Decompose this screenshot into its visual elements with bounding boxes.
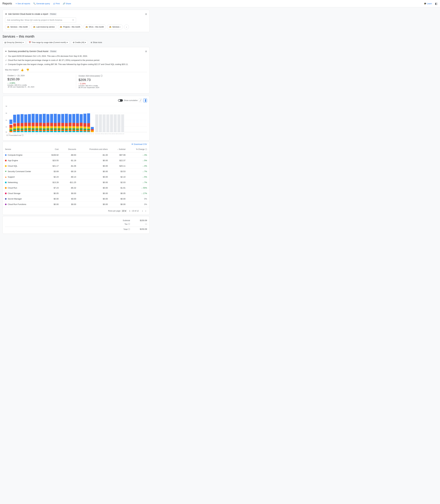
line-chart-button[interactable]: ╱ xyxy=(139,99,142,102)
dropdown-icon-2: ▾ xyxy=(67,41,68,43)
page-title-nav: Reports xyxy=(2,2,12,5)
learn-button[interactable]: 🎓 Learn xyxy=(422,1,434,6)
change-indicator: 0% xyxy=(144,198,147,200)
rows-per-page-select[interactable]: 10 25 50 xyxy=(122,210,127,212)
download-csv-button[interactable]: ⬇ Download CSV xyxy=(131,143,147,145)
gemini-input-field[interactable]: Ask something like: Show Q2 costs by pro… xyxy=(5,17,76,23)
bar-oct15-c xyxy=(61,128,64,130)
calendar-icon: 📅 xyxy=(29,41,31,43)
cloud-icon-3 xyxy=(60,26,62,28)
share-link[interactable]: 🔗 Share xyxy=(62,2,72,5)
svg-rect-11 xyxy=(60,27,62,28)
bar-oct16-c xyxy=(65,129,68,130)
time-range-filter[interactable]: 📅 Time range by usage date (Current mont… xyxy=(27,40,70,44)
col-subtotal[interactable]: ↓ Subtotal xyxy=(110,146,128,152)
subtotal-cell: $3.53 xyxy=(110,169,128,174)
svg-text:Oct 2: Oct 2 xyxy=(13,133,16,134)
group-by-filter[interactable]: ▤ Group by (Service) ▾ xyxy=(2,40,26,44)
table-row: Cloud Run $7.23 -$5.32 $0.00 $1.91 ↓ 55% xyxy=(3,185,150,191)
bar-oct2-net xyxy=(13,131,16,132)
promos-cell: $0.00 xyxy=(79,169,110,174)
subtotal-cell: $2.03 xyxy=(110,180,128,185)
bar-oct16-a xyxy=(65,123,68,126)
bar-oct17-e xyxy=(69,131,71,132)
summary-item-0: ↗ You spent $150.09 between Oct 1-23, 20… xyxy=(5,55,147,58)
forecast-info-icon[interactable]: ⓘ xyxy=(22,134,24,137)
bar-oct4-sql xyxy=(21,126,23,129)
prev-page-button[interactable]: ‹ xyxy=(141,209,144,213)
bar-oct14-a xyxy=(57,123,60,126)
tax-info-icon[interactable]: ⓘ xyxy=(128,223,130,225)
print-link[interactable]: 🖨 Print xyxy=(52,2,61,5)
change-indicator: ↓ 17% xyxy=(141,192,147,194)
show-more-button[interactable]: ⊕ Show more xyxy=(89,41,104,44)
subtotal-row: Subtotal $150.09 xyxy=(5,219,147,222)
change-info-icon[interactable]: ⓘ xyxy=(145,148,147,151)
up-arrow-icon: ↑ xyxy=(79,83,80,85)
bar-oct18-d xyxy=(72,130,75,131)
header-nav: ≡ See all reports 🔍 Generate query 🖨 Pri… xyxy=(14,2,421,5)
collapse-icon[interactable]: ∧ xyxy=(145,12,147,16)
svg-text:Oct 30: Oct 30 xyxy=(117,133,121,134)
service-cell: Compute Engine xyxy=(3,152,45,158)
bar-oct31-forecast xyxy=(121,114,124,132)
svg-text:Oct 6: Oct 6 xyxy=(28,133,31,134)
cumulative-toggle: Show cumulative xyxy=(118,99,138,102)
subtotal-cell: $22.37 xyxy=(110,158,128,163)
footer-totals: Subtotal $150.09 Tax ⓘ — Total ⓘ $150.09 xyxy=(2,216,150,234)
see-all-reports-link[interactable]: ≡ See all reports xyxy=(14,2,31,5)
bar-oct10-e xyxy=(43,131,46,132)
info-icon[interactable]: ⓘ xyxy=(100,74,103,77)
bar-oct7-b xyxy=(32,126,35,128)
bar-oct5-b xyxy=(24,126,27,128)
col-change: % Change ⓘ xyxy=(128,146,150,152)
subtotal-label: Subtotal xyxy=(123,219,130,222)
bar-oct3-app xyxy=(17,123,20,126)
total-row: Total ⓘ $150.09 xyxy=(5,227,147,231)
bar-oct3-sql xyxy=(17,126,20,128)
bar-oct22-a xyxy=(87,123,90,127)
bar-oct13-a xyxy=(54,123,57,126)
gemini-icon: ✦ xyxy=(5,13,7,15)
down-arrow-icon: ↓ xyxy=(7,82,9,84)
bar-chart-button[interactable]: ▐ xyxy=(143,99,147,102)
quick-reports-row: Services – this month Last invoice by se… xyxy=(5,24,147,29)
total-info-icon[interactable]: ⓘ xyxy=(128,228,130,230)
chip-services-partial[interactable]: Services – xyxy=(107,24,123,29)
summary-collapse-icon[interactable]: ∧ xyxy=(145,50,147,53)
helpful-row: Was this helpful? 👍 👎 xyxy=(5,68,147,72)
panel-toggle-icon[interactable]: ◧ xyxy=(435,2,438,5)
next-page-button[interactable]: › xyxy=(144,209,147,213)
cumulative-toggle-switch[interactable] xyxy=(118,99,123,102)
bar-oct9 xyxy=(39,114,42,123)
bar-oct10-c xyxy=(43,129,46,130)
bar-oct21-a xyxy=(83,123,86,127)
bar-oct22-e xyxy=(87,131,90,132)
service-cell: Secret Manager xyxy=(3,196,45,202)
thumbs-down-button[interactable]: 👎 xyxy=(26,68,30,72)
generate-query-link[interactable]: 🔍 Generate query xyxy=(32,2,51,5)
bar-oct20-c xyxy=(80,128,82,130)
thumbs-up-button[interactable]: 👍 xyxy=(20,68,24,72)
chip-projects-month[interactable]: Projects – this month xyxy=(58,24,82,29)
svg-text:Oct 28: Oct 28 xyxy=(110,133,113,134)
svg-rect-19 xyxy=(109,27,111,28)
subtotal-cell: $0.00 xyxy=(110,202,128,207)
cost-cell: $0.00 xyxy=(45,202,61,207)
chips-next-button[interactable]: › xyxy=(124,25,129,29)
chip-last-invoice[interactable]: Last invoice by service xyxy=(31,24,57,29)
subtotal-cell: $2.10 xyxy=(110,174,128,180)
cost-cell: $13.28 xyxy=(45,180,61,185)
discounts-cell: -$5.32 xyxy=(61,185,79,191)
change-cell: ↓ 3% xyxy=(128,152,150,158)
bar-oct5-c xyxy=(24,128,27,130)
credits-filter[interactable]: ⊞ Credits (All) ▾ xyxy=(71,40,88,44)
bar-oct7 xyxy=(32,114,35,123)
bar-oct19 xyxy=(76,114,79,123)
bar-oct15-d xyxy=(61,130,64,131)
page-navigation: ‹ › xyxy=(141,209,147,213)
service-name: Cloud Run Functions xyxy=(8,203,26,205)
chip-skus-month[interactable]: SKUs – this month xyxy=(83,24,106,29)
chip-services-month[interactable]: Services – this month xyxy=(5,24,30,29)
bar-oct4-app xyxy=(21,123,23,126)
